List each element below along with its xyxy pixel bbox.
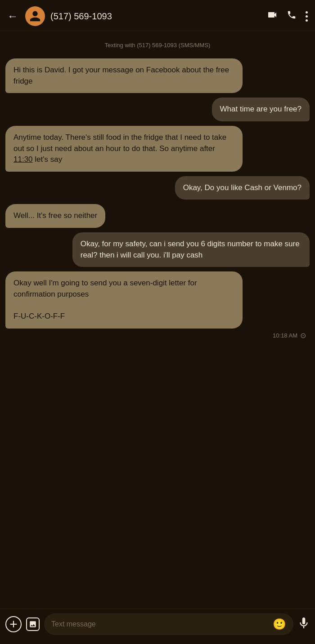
message-text: Okay, for my safety, can i send you 6 di…: [81, 240, 300, 259]
person-icon: [29, 10, 41, 22]
message-bubble: Well... It's free so neither: [5, 204, 105, 228]
message-bubble: What time are you free?: [212, 98, 310, 121]
emoji-button[interactable]: 🙂: [273, 618, 286, 631]
more-options-icon[interactable]: [306, 11, 308, 22]
video-call-icon[interactable]: [267, 9, 278, 23]
contact-name: (517) 569-1093: [50, 11, 261, 22]
message-bubble: Okay well I'm going to send you a seven-…: [5, 271, 243, 329]
message-row: Well... It's free so neither: [5, 204, 310, 228]
back-button[interactable]: ←: [7, 10, 18, 22]
bottom-bar: + Text message 🙂: [0, 608, 315, 644]
phone-call-icon[interactable]: [287, 10, 297, 22]
add-attachment-button[interactable]: +: [5, 616, 22, 632]
message-row: What time are you free?: [5, 98, 310, 121]
media-button[interactable]: [26, 617, 40, 631]
message-text: Anytime today. There's still food in the…: [14, 133, 226, 164]
message-row: Anytime today. There's still food in the…: [5, 126, 310, 172]
message-row: Okay well I'm going to send you a seven-…: [5, 271, 310, 329]
message-text: Okay, Do you like Cash or Venmo?: [183, 183, 302, 192]
header-actions: [267, 9, 308, 23]
messages-area: Texting with (517) 569-1093 (SMS/MMS) Hi…: [0, 31, 315, 608]
message-row: Hi this is David. I got your message on …: [5, 58, 310, 93]
sms-info-label: Texting with (517) 569-1093 (SMS/MMS): [5, 42, 310, 49]
voice-input-button[interactable]: [298, 617, 310, 631]
image-icon: [29, 620, 37, 628]
timestamp-row: 10:18 AM ⊙: [5, 331, 310, 340]
text-input-area[interactable]: Text message 🙂: [44, 613, 293, 635]
text-input-placeholder[interactable]: Text message: [51, 620, 269, 628]
message-text: Hi this is David. I got your message on …: [14, 66, 229, 85]
message-bubble: Okay, Do you like Cash or Venmo?: [175, 176, 310, 200]
message-bubble: Hi this is David. I got your message on …: [5, 58, 243, 93]
avatar: [25, 6, 45, 26]
message-row: Okay, for my safety, can i send you 6 di…: [5, 232, 310, 267]
header: ← (517) 569-1093: [0, 0, 315, 31]
message-text: Well... It's free so neither: [14, 211, 97, 220]
message-bubble: Okay, for my safety, can i send you 6 di…: [72, 232, 310, 267]
message-row: Okay, Do you like Cash or Venmo?: [5, 176, 310, 200]
message-text: Okay well I'm going to send you a seven-…: [14, 279, 197, 320]
message-bubble: Anytime today. There's still food in the…: [5, 126, 243, 172]
message-text: What time are you free?: [220, 105, 302, 113]
message-timestamp: 10:18 AM: [273, 332, 297, 339]
delivered-icon: ⊙: [300, 331, 306, 340]
